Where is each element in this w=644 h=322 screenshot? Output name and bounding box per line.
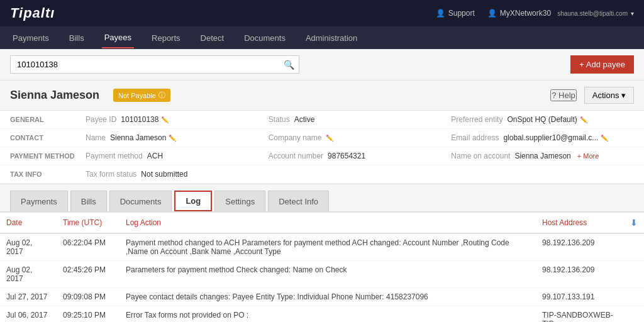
- email-cell: Email address global.supplier10@gmail.c.…: [451, 133, 634, 142]
- cell-action: Error Tax forms not provided on PO :: [119, 306, 536, 323]
- name-cell: Name Sienna Jameson ✏️: [86, 133, 269, 142]
- chevron-down-icon: ▾: [631, 10, 634, 17]
- tab-bills[interactable]: Bills: [70, 191, 107, 211]
- col-header-action[interactable]: Log Action: [119, 213, 536, 233]
- download-icon[interactable]: ⬇: [630, 218, 638, 228]
- payment-cells: Payment method ACH Account number 987654…: [86, 152, 634, 160]
- nav-documents[interactable]: Documents: [242, 28, 288, 48]
- nav-reports[interactable]: Reports: [149, 28, 183, 48]
- edit-payee-id-icon[interactable]: ✏️: [161, 116, 169, 123]
- search-bar: 101010138 🔍 + Add payee: [0, 49, 644, 80]
- cell-time: 09:25:10 PM: [57, 306, 119, 323]
- top-right-controls: 👤 Support 👤 MyXNetwork30 shauna.stelb@ti…: [436, 9, 634, 18]
- log-table: Date Time (UTC) Log Action Host Address …: [0, 213, 644, 322]
- table-row: Aug 02, 2017 02:45:26 PM Parameters for …: [0, 261, 644, 288]
- support-link[interactable]: 👤 Support: [436, 9, 475, 18]
- cell-host: TIP-SANDBOXWEB-TIP-: [536, 306, 624, 323]
- cell-date: Aug 02, 2017: [0, 261, 57, 288]
- tax-row: TAX INFO Tax form status Not submitted: [0, 165, 644, 184]
- table-row: Jul 06, 2017 09:25:10 PM Error Tax forms…: [0, 306, 644, 323]
- company-cell: Company name ✏️: [269, 133, 452, 142]
- cell-host: 99.107.133.191: [536, 288, 624, 306]
- support-icon: 👤: [436, 9, 445, 18]
- col-header-icon: ⬇: [624, 213, 644, 233]
- account-number-cell: Account number 987654321: [269, 152, 452, 160]
- payee-name: Sienna Jameson: [10, 89, 99, 102]
- top-bar: Tipaltı 👤 Support 👤 MyXNetwork30 shauna.…: [0, 0, 644, 26]
- payee-header: Sienna Jameson Not Payable ⓘ ? Help Acti…: [0, 80, 644, 111]
- help-button[interactable]: ? Help: [550, 89, 577, 101]
- info-icon: ⓘ: [158, 91, 165, 100]
- actions-button[interactable]: Actions ▾: [584, 87, 634, 104]
- contact-cells: Name Sienna Jameson ✏️ Company name ✏️ E…: [86, 133, 634, 142]
- general-cells: Payee ID 101010138 ✏️ Status Active Pref…: [86, 115, 634, 124]
- edit-entity-icon[interactable]: ✏️: [580, 116, 587, 123]
- more-link[interactable]: + More: [577, 152, 599, 160]
- tab-detect-info[interactable]: Detect Info: [268, 191, 329, 211]
- cell-time: 06:22:04 PM: [57, 233, 119, 261]
- edit-email-icon[interactable]: ✏️: [601, 135, 608, 142]
- tabs-bar: Payments Bills Documents Log Settings De…: [0, 184, 644, 213]
- user-menu[interactable]: 👤 MyXNetwork30 shauna.stelb@tipalti.com …: [487, 9, 634, 18]
- table-row: Jul 27, 2017 09:09:08 PM Payee contact d…: [0, 288, 644, 306]
- nav-detect[interactable]: Detect: [198, 28, 227, 48]
- cell-date: Aug 02, 2017: [0, 233, 57, 261]
- nav-bills[interactable]: Bills: [67, 28, 87, 48]
- general-row: GENERAL Payee ID 101010138 ✏️ Status Act…: [0, 111, 644, 129]
- preferred-entity-cell: Preferred entity OnSpot HQ (Default) ✏️: [451, 115, 634, 124]
- col-header-host[interactable]: Host Address: [536, 213, 624, 233]
- tab-payments[interactable]: Payments: [10, 191, 68, 211]
- tab-documents[interactable]: Documents: [109, 191, 172, 211]
- search-wrap: 101010138 🔍: [10, 55, 299, 74]
- cell-icon: [624, 261, 644, 288]
- payment-row: PAYMENT METHOD Payment method ACH Accoun…: [0, 147, 644, 165]
- search-input[interactable]: 101010138: [10, 55, 299, 74]
- cell-date: Jul 27, 2017: [0, 288, 57, 306]
- payee-header-left: Sienna Jameson Not Payable ⓘ: [10, 89, 170, 102]
- tab-log[interactable]: Log: [174, 191, 212, 211]
- log-table-wrap: Date Time (UTC) Log Action Host Address …: [0, 213, 644, 322]
- status-cell: Status Active: [269, 115, 452, 124]
- method-cell: Payment method ACH: [86, 152, 269, 160]
- search-icon: 🔍: [284, 60, 294, 70]
- edit-company-icon[interactable]: ✏️: [326, 135, 333, 142]
- info-table: GENERAL Payee ID 101010138 ✏️ Status Act…: [0, 111, 644, 184]
- tax-cells: Tax form status Not submitted: [86, 170, 634, 179]
- logo: Tipaltı: [10, 5, 55, 21]
- nav-payees[interactable]: Payees: [102, 28, 134, 48]
- cell-host: 98.192.136.209: [536, 233, 624, 261]
- cell-icon: [624, 306, 644, 323]
- nav-payments[interactable]: Payments: [10, 28, 52, 48]
- cell-time: 02:45:26 PM: [57, 261, 119, 288]
- cell-action: Parameters for payment method Check chan…: [119, 261, 536, 288]
- add-payee-button[interactable]: + Add payee: [570, 55, 634, 74]
- main-nav: Payments Bills Payees Reports Detect Doc…: [0, 26, 644, 49]
- name-on-account-cell: Name on account Sienna Jameson + More: [451, 152, 634, 160]
- edit-name-icon[interactable]: ✏️: [169, 135, 176, 142]
- cell-icon: [624, 288, 644, 306]
- nav-administration[interactable]: Administration: [303, 28, 360, 48]
- tax-form-cell: Tax form status Not submitted: [86, 170, 634, 179]
- cell-date: Jul 06, 2017: [0, 306, 57, 323]
- payee-header-right: ? Help Actions ▾: [550, 87, 634, 104]
- contact-row: CONTACT Name Sienna Jameson ✏️ Company n…: [0, 129, 644, 147]
- cell-time: 09:09:08 PM: [57, 288, 119, 306]
- cell-action: Payment method changed to ACH Parameters…: [119, 233, 536, 261]
- payee-id-cell: Payee ID 101010138 ✏️: [86, 115, 269, 124]
- col-header-time[interactable]: Time (UTC): [57, 213, 119, 233]
- cell-icon: [624, 233, 644, 261]
- cell-host: 98.192.136.209: [536, 261, 624, 288]
- not-payable-badge: Not Payable ⓘ: [113, 89, 170, 102]
- user-icon: 👤: [487, 9, 497, 18]
- table-row: Aug 02, 2017 06:22:04 PM Payment method …: [0, 233, 644, 261]
- col-header-date[interactable]: Date: [0, 213, 57, 233]
- log-table-header: Date Time (UTC) Log Action Host Address …: [0, 213, 644, 233]
- cell-action: Payee contact details changes: Payee Ent…: [119, 288, 536, 306]
- tab-settings[interactable]: Settings: [214, 191, 265, 211]
